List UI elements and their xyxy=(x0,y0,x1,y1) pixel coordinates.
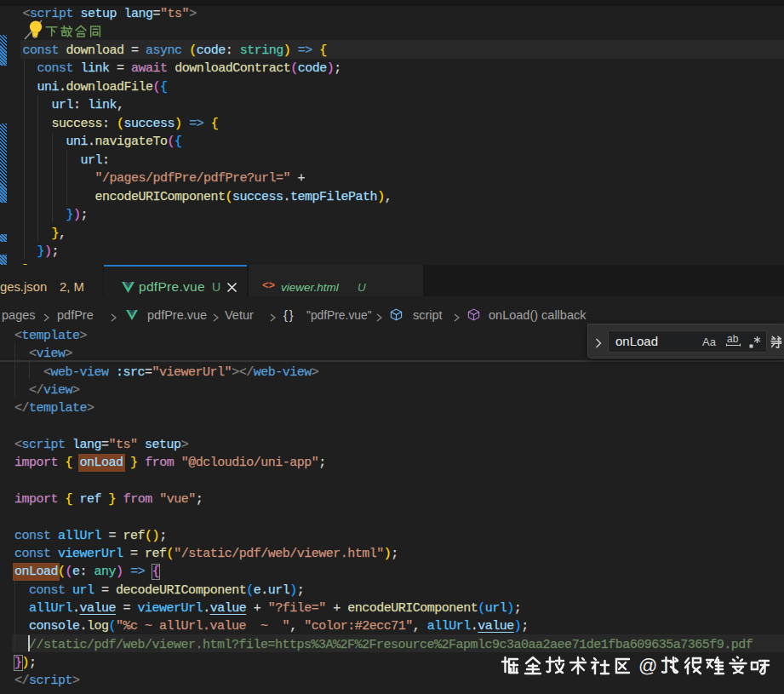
svg-text:ab: ab xyxy=(727,333,739,345)
